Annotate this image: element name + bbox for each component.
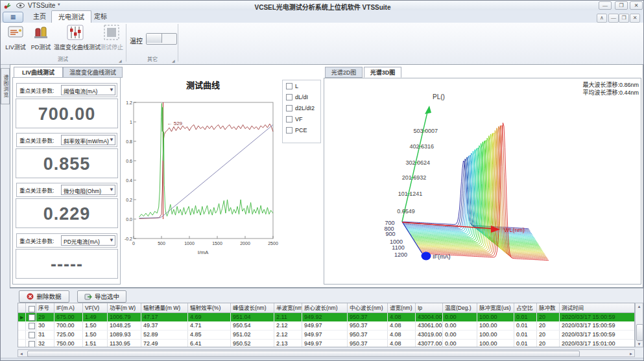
table-cell: 725.00: [54, 331, 83, 339]
param-select-2[interactable]: 斜率效率(mW/mA) ▼: [61, 135, 115, 145]
v-scrollbar[interactable]: ▲ ▼: [635, 303, 643, 347]
table-row[interactable]: 30700.001.501048.2549.374.71950.542.1294…: [18, 321, 634, 331]
table-cell: 52.89: [141, 331, 188, 339]
temp-curve-test-label: 温度变化曲线测试: [54, 43, 97, 51]
table-cell: 2020/03/17 15:01:00: [560, 340, 635, 347]
app-menu-button[interactable]: ▦: [3, 12, 23, 23]
tab-liv-curve-test[interactable]: LIV曲线测试: [14, 67, 63, 78]
checkbox-icon[interactable]: [286, 116, 292, 122]
column-header: 功率(m W): [108, 303, 141, 313]
scroll-left-icon[interactable]: ◄: [19, 352, 23, 356]
table-cell: 4.08: [388, 331, 416, 339]
param-select-3[interactable]: 微分电阻(Ohm) ▼: [61, 185, 115, 195]
column-header: 脉冲宽度(us): [477, 303, 514, 313]
tab-calibration[interactable]: 定标: [88, 10, 113, 23]
table-cell: 950.37: [348, 340, 388, 347]
chevron-down-icon: ▼: [109, 87, 114, 93]
tab-spectrum-3d[interactable]: 光谱3D图: [364, 67, 401, 78]
scroll-down-icon[interactable]: ▼: [636, 341, 643, 347]
table-cell: 951.04: [231, 313, 274, 321]
row-checkbox[interactable]: [29, 332, 35, 338]
param-value-3: 0.229: [16, 198, 118, 228]
delete-data-button[interactable]: 删除数据: [19, 290, 69, 303]
group-other-label: 其它: [147, 56, 158, 62]
table-cell: 4.69: [188, 313, 231, 321]
ribbon-collapse-button[interactable]: ∧: [597, 14, 607, 23]
table-cell: 949.92: [302, 313, 348, 321]
table-cell: 0.01: [514, 313, 537, 321]
row-checkbox[interactable]: [29, 341, 35, 347]
ribbon-group-other: 其它 ◢: [128, 56, 177, 64]
svg-text:1100: 1100: [392, 244, 404, 251]
svg-text:1.2: 1.2: [126, 100, 132, 105]
temp-control-toggle[interactable]: [146, 33, 177, 45]
scroll-right-icon[interactable]: ►: [629, 352, 633, 356]
restore-button[interactable]: ❐: [615, 1, 628, 10]
h-scrollbar-thumb[interactable]: [27, 351, 580, 357]
sidebar-vertical-tab[interactable]: 谱图浏览: [1, 68, 10, 104]
liv-test-button[interactable]: LIV测试: [3, 25, 28, 52]
checkbox-dLdI[interactable]: dL/dI: [286, 93, 308, 102]
checkbox-icon[interactable]: [286, 83, 292, 89]
select-all-checkbox[interactable]: [29, 306, 35, 312]
mdi-close-button[interactable]: ✕: [630, 14, 640, 23]
table-cell: 0.00: [443, 340, 477, 347]
scroll-up-icon[interactable]: ▲: [636, 303, 643, 310]
checkbox-icon[interactable]: [286, 127, 292, 134]
close-button[interactable]: ✕: [630, 1, 643, 10]
table-cell: 2.12: [274, 331, 302, 339]
h-scrollbar[interactable]: ◄ ►: [18, 349, 635, 357]
row-checkbox-cell: [26, 321, 36, 330]
pd-test-button[interactable]: PD测试: [29, 25, 53, 52]
mdi-minimize-button[interactable]: —: [608, 14, 619, 23]
svg-text:101.1241: 101.1241: [398, 191, 423, 197]
table-cell: 2020/03/17 15:00:59: [560, 331, 635, 339]
temp-curve-test-button[interactable]: 温度变化曲线测试: [54, 25, 97, 52]
window-bottom-edge: [1, 358, 644, 361]
table-cell: 47.17: [141, 313, 188, 321]
checkbox-PCE[interactable]: PCE: [286, 126, 307, 135]
checkbox-VF[interactable]: VF: [286, 115, 303, 124]
liv-test-icon: [7, 25, 24, 40]
checkbox-d2LdI2[interactable]: d2L/dI2: [286, 104, 315, 113]
checkbox-icon[interactable]: [286, 94, 292, 100]
checkbox-L[interactable]: L: [286, 82, 298, 91]
tab-home[interactable]: 主页: [27, 10, 53, 23]
tab-spectrum-2d[interactable]: 光谱2D图: [325, 67, 363, 78]
row-checkbox[interactable]: [29, 323, 35, 329]
param-label: 重点关注参数:: [19, 86, 54, 94]
column-header: VF(V): [83, 303, 108, 313]
param-row-2: 重点关注参数: 斜率效率(mW/mA) ▼: [16, 133, 117, 147]
svg-text:0.8: 0.8: [126, 139, 132, 144]
pd-test-icon: [33, 25, 49, 40]
column-header: Ip: [416, 303, 443, 313]
svg-text:201.6932: 201.6932: [402, 174, 427, 181]
column-header: IF(m A): [54, 303, 83, 313]
table-cell: 20: [537, 331, 560, 339]
table-cell: 43004.00: [416, 313, 443, 321]
checkbox-label: d2L/dI2: [295, 105, 315, 111]
column-header: 质心波长(nm): [302, 303, 348, 313]
param-select-4[interactable]: PD光电流(mA) ▼: [61, 235, 115, 246]
table-cell: 49.37: [141, 321, 188, 330]
tab-temp-curve-test[interactable]: 温度变化曲线测试: [63, 67, 123, 78]
table-row[interactable]: 32750.001.511130.9572.496.41950.522.1394…: [18, 340, 634, 347]
row-marker-cell: [18, 340, 26, 347]
row-checkbox[interactable]: [29, 314, 35, 321]
checkbox-icon[interactable]: [286, 105, 292, 111]
table-row[interactable]: ▶29675.001.491006.7947.174.69951.042.119…: [18, 313, 634, 321]
qat-dropdown-icon[interactable]: ▾: [58, 2, 60, 7]
tab-photoelectric-test[interactable]: 光电测试: [51, 10, 91, 23]
chevron-down-icon: ▼: [109, 187, 114, 192]
table-cell: 2020/03/17 15:00:59: [560, 313, 635, 321]
column-header: 占空比: [514, 303, 537, 313]
mdi-restore-button[interactable]: ❐: [619, 14, 629, 23]
param-select-1[interactable]: 阈值电流(mA) ▼: [61, 85, 115, 95]
minimize-button[interactable]: —: [599, 1, 612, 10]
svg-text:0.6: 0.6: [126, 159, 132, 163]
table-cell: 1048.25: [108, 321, 141, 330]
export-selected-button[interactable]: 导出选中: [77, 290, 126, 303]
table-row[interactable]: 31725.001.501089.9352.894.85951.022.1294…: [18, 331, 634, 340]
v-scrollbar-thumb[interactable]: [636, 324, 643, 341]
eye-icon[interactable]: [16, 3, 25, 8]
